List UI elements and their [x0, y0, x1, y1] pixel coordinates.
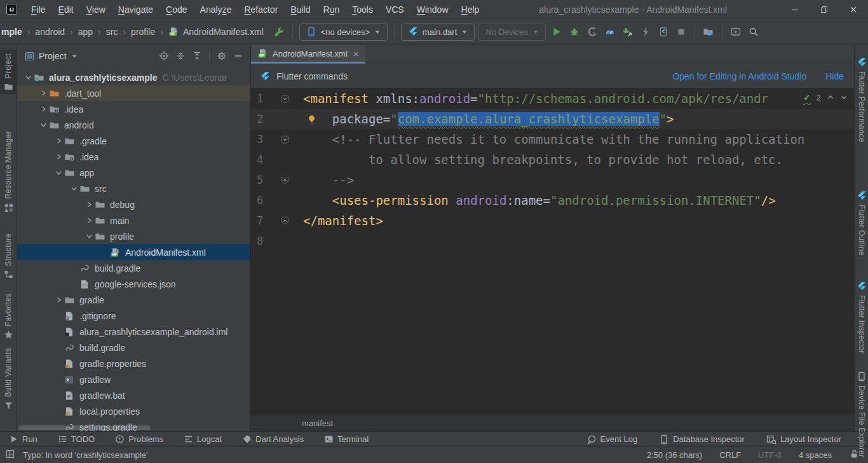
tree-chevron-down-icon[interactable]	[83, 232, 95, 242]
tree-item-local-properties[interactable]: local.properties	[17, 403, 250, 419]
tree-item-gitignore[interactable]: .gitignore	[17, 308, 250, 324]
intention-bulb-icon[interactable]	[307, 114, 316, 128]
tool-window-layout-icon[interactable]	[5, 449, 15, 461]
tool-window-button-flutter-performance[interactable]: Flutter Performance	[855, 54, 868, 146]
indent-style[interactable]: 4 spaces	[799, 450, 832, 460]
panel-action-target[interactable]	[157, 49, 171, 63]
run-configuration-dropdown[interactable]: main.dart	[401, 24, 475, 41]
device-selector-dropdown[interactable]: <no devices>	[299, 24, 388, 41]
editor-gutter[interactable]: 4	[251, 149, 299, 170]
tool-window-button-logcat[interactable]: Logcat	[184, 434, 222, 444]
menu-help[interactable]: Help	[455, 4, 486, 15]
tree-item-android[interactable]: android	[17, 117, 250, 133]
editor-gutter[interactable]: 6	[251, 190, 299, 211]
tool-window-button-terminal[interactable]: Terminal	[324, 434, 369, 444]
menu-build[interactable]: Build	[284, 4, 316, 15]
tree-chevron-right-icon[interactable]	[53, 295, 64, 305]
menu-refactor[interactable]: Refactor	[238, 4, 284, 15]
tree-item-src[interactable]: src	[17, 181, 250, 197]
menu-window[interactable]: Window	[410, 4, 455, 15]
tree-chevron-down-icon[interactable]	[68, 184, 79, 194]
open-in-android-studio-link[interactable]: Open for Editing in Android Studio	[672, 71, 806, 81]
tool-window-button-structure[interactable]: Structure	[0, 230, 17, 282]
tree-chevron-down-icon[interactable]	[22, 73, 34, 83]
tree-item-gradle[interactable]: .gradle	[17, 133, 250, 149]
hide-banner-link[interactable]: Hide	[825, 71, 844, 81]
code-line-1[interactable]: 1<manifest xmlns:android="http://schemas…	[251, 88, 854, 109]
tree-item-build-gradle[interactable]: build.gradle	[17, 340, 250, 356]
next-problem-icon[interactable]	[840, 93, 848, 101]
breadcrumb-androidmanifest[interactable]: MFAndroidManifest.xml	[168, 27, 264, 37]
tree-item-dart-tool[interactable]: .dart_tool	[17, 85, 250, 101]
fold-marker-icon[interactable]	[281, 217, 290, 225]
fold-marker-icon[interactable]	[281, 176, 290, 184]
tool-window-button-build-variants[interactable]: Build Variants	[0, 345, 17, 413]
editor-tab-androidmanifest[interactable]: MF AndroidManifest.xml ×	[251, 45, 365, 64]
tool-window-button-project[interactable]: Project	[0, 50, 17, 94]
panel-action-collapse-vert[interactable]	[173, 49, 187, 63]
toolbar-search-button[interactable]	[745, 24, 763, 40]
panel-action-minus[interactable]	[231, 49, 245, 63]
breadcrumb-app[interactable]: app	[78, 27, 93, 37]
caret-position[interactable]: 2:50 (36 chars)	[647, 450, 702, 460]
toolbar-debug-button[interactable]	[566, 24, 583, 40]
menu-analyze[interactable]: Analyze	[194, 4, 238, 15]
code-line-7[interactable]: 7</manifest>	[251, 211, 854, 231]
code-editor[interactable]: 1<manifest xmlns:android="http://schemas…	[251, 88, 854, 415]
code-line-5[interactable]: 5 -->	[251, 170, 854, 190]
tree-item-main[interactable]: main	[17, 212, 250, 228]
breadcrumb-src[interactable]: src	[106, 27, 118, 37]
editor-gutter[interactable]: 1	[251, 88, 299, 109]
tree-item-androidmanifest-xml[interactable]: MFAndroidManifest.xml	[17, 244, 250, 260]
fold-marker-icon[interactable]	[281, 135, 290, 144]
menu-file[interactable]: File	[25, 4, 52, 15]
code-line-4[interactable]: 4 to allow setting breakpoints, to provi…	[251, 149, 854, 170]
toolbar-stop-button[interactable]	[672, 24, 690, 40]
tree-chevron-down-icon[interactable]	[37, 120, 49, 130]
editor-gutter[interactable]: 5	[251, 170, 299, 190]
tool-window-button-event-log[interactable]: Event Log	[587, 434, 638, 445]
breadcrumb-android[interactable]: android	[35, 27, 65, 37]
tool-window-button-device-file-explorer[interactable]: Device File Explorer	[855, 368, 868, 460]
tree-chevron-right-icon[interactable]	[53, 136, 64, 146]
tree-item-gradlew[interactable]: gradlew	[17, 371, 250, 387]
tree-chevron-right-icon[interactable]	[37, 104, 49, 114]
tree-item-profile[interactable]: profile	[17, 228, 250, 244]
tree-chevron-right-icon[interactable]	[83, 200, 95, 210]
tool-window-button-flutter-outline[interactable]: Flutter Outline	[855, 188, 868, 259]
toolbar-device-manager-button[interactable]	[700, 24, 717, 40]
tool-window-button-todo[interactable]: TODO	[58, 434, 95, 444]
tree-chevron-right-icon[interactable]	[83, 216, 95, 226]
menu-view[interactable]: View	[80, 4, 112, 15]
horizontal-scrollbar[interactable]	[18, 425, 151, 430]
tree-item-google-services-json[interactable]: {}google-services.json	[17, 276, 250, 292]
tree-item-app[interactable]: app	[17, 165, 250, 181]
toolbar-coverage-button[interactable]	[583, 24, 601, 40]
previous-problem-icon[interactable]	[827, 93, 834, 101]
editor-gutter[interactable]: 7	[251, 211, 299, 231]
tool-window-button-dart-analysis[interactable]: Dart Analysis	[242, 434, 304, 444]
project-view-selector[interactable]: Project	[39, 51, 67, 61]
menu-code[interactable]: Code	[159, 4, 193, 15]
tree-item-debug[interactable]: debug	[17, 197, 250, 212]
code-line-3[interactable]: 3 <!-- Flutter needs it to communicate w…	[251, 129, 854, 149]
panel-action-gear[interactable]	[215, 49, 229, 63]
tree-chevron-right-icon[interactable]	[37, 88, 49, 99]
tree-item-alura-crashlyticsexample-android-iml[interactable]: alura_crashlyticsexample_android.iml	[17, 324, 250, 340]
editor-gutter[interactable]: 2	[251, 109, 299, 129]
tool-window-button-run[interactable]: Run	[9, 434, 37, 444]
tree-item-alura-crashlyticsexample[interactable]: alura_crashlyticsexampleC:\Users\Leonar	[17, 69, 250, 85]
breadcrumb-mple[interactable]: mple	[1, 27, 22, 37]
menu-vcs[interactable]: VCS	[379, 4, 410, 15]
fold-marker-icon[interactable]	[281, 95, 290, 103]
toolbar-attach-debugger-button[interactable]	[619, 24, 637, 40]
tool-window-button-favorites[interactable]: Favorites	[0, 290, 17, 343]
line-ending[interactable]: CRLF	[719, 450, 741, 460]
tool-window-button-resource-manager[interactable]: Resource Manager	[0, 128, 17, 216]
toolbar-running-devices-button[interactable]	[727, 24, 745, 40]
inspections-widget[interactable]: ✓ 2	[798, 92, 848, 102]
breadcrumb-profile[interactable]: profile	[131, 27, 155, 37]
maximize-button[interactable]	[810, 0, 839, 18]
menu-tools[interactable]: Tools	[346, 4, 379, 15]
tab-close-icon[interactable]: ×	[353, 48, 359, 59]
